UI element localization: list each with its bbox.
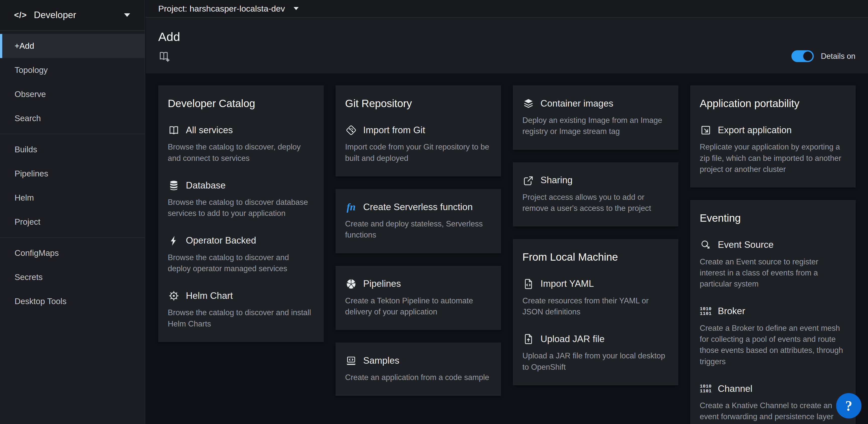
add-item-database[interactable]: DatabaseBrowse the catalog to discover d… <box>168 179 312 219</box>
sidebar-item-observe[interactable]: Observe <box>0 82 145 106</box>
page-title: Add <box>158 30 856 44</box>
item-title-row: Pipelines <box>345 278 490 290</box>
item-description: Create an application from a code sample <box>345 372 490 383</box>
help-button[interactable]: ? <box>836 393 862 419</box>
sidebar-item-builds[interactable]: Builds <box>0 138 145 162</box>
tekton-icon <box>345 278 357 290</box>
card-title: Eventing <box>700 212 844 224</box>
event-source-icon <box>700 239 712 251</box>
add-card: From Local MachineImport YAMLCreate reso… <box>513 239 678 385</box>
add-item-import-yaml[interactable]: Import YAMLCreate resources from their Y… <box>522 278 667 318</box>
project-selector[interactable]: Project: harshcasper-localsta-dev <box>158 4 299 13</box>
book-plus-icon[interactable] <box>158 50 171 63</box>
channel-binary-icon: 10101101 <box>700 383 712 395</box>
perspective-switcher[interactable]: </> Developer <box>0 0 145 31</box>
card-column: Git RepositoryImport from GitImport code… <box>336 85 501 412</box>
add-item-broker[interactable]: 10101101BrokerCreate a Broker to define … <box>700 305 844 367</box>
add-item-pipelines[interactable]: PipelinesCreate a Tekton Pipeline to aut… <box>345 278 490 318</box>
item-title-row: Import YAML <box>522 278 667 290</box>
add-card: Application portabilityExport applicatio… <box>690 85 856 188</box>
export-icon <box>700 124 712 136</box>
card-column: Application portabilityExport applicatio… <box>690 85 856 412</box>
app-root: </> Developer +AddTopologyObserveSearchB… <box>0 0 868 424</box>
add-item-container-images[interactable]: Container imagesDeploy an existing Image… <box>522 97 667 137</box>
sidebar-item-label: Secrets <box>0 265 145 289</box>
share-icon <box>522 174 534 187</box>
sidebar: </> Developer +AddTopologyObserveSearchB… <box>0 0 145 424</box>
item-title-row: 10101101Broker <box>700 305 844 317</box>
sidebar-item-configmaps[interactable]: ConfigMaps <box>0 241 145 265</box>
project-label: Project: harshcasper-localsta-dev <box>158 4 285 13</box>
add-card: PipelinesCreate a Tekton Pipeline to aut… <box>336 266 501 330</box>
sidebar-item-desktop-tools[interactable]: Desktop Tools <box>0 289 145 313</box>
add-card: Git RepositoryImport from GitImport code… <box>336 85 501 176</box>
add-item-operator-backed[interactable]: Operator BackedBrowse the catalog to dis… <box>168 235 312 275</box>
add-item-import-from-git[interactable]: Import from GitImport code from your Git… <box>345 124 490 164</box>
add-item-sharing[interactable]: SharingProject access allows you to add … <box>522 174 667 214</box>
add-item-create-serverless-function[interactable]: fnCreate Serverless functionCreate and d… <box>345 201 490 241</box>
add-card: Container imagesDeploy an existing Image… <box>513 85 678 150</box>
item-title-row: Helm Chart <box>168 290 312 302</box>
sidebar-item-label: Desktop Tools <box>0 289 145 313</box>
broker-binary-icon: 10101101 <box>700 305 712 317</box>
item-title-row: Sharing <box>522 174 667 187</box>
add-item-all-services[interactable]: All servicesBrowse the catalog to discov… <box>168 124 312 164</box>
add-item-event-source[interactable]: Event SourceCreate an Event source to re… <box>700 239 844 290</box>
add-item-helm-chart[interactable]: Helm ChartBrowse the catalog to discover… <box>168 290 312 330</box>
item-title: Import from Git <box>363 125 425 136</box>
card-column: Container imagesDeploy an existing Image… <box>513 85 678 412</box>
add-card: Developer CatalogAll servicesBrowse the … <box>158 85 324 342</box>
item-title-row: Samples <box>345 355 490 367</box>
main-area: Project: harshcasper-localsta-dev Add De… <box>146 0 868 424</box>
item-title: Pipelines <box>363 279 401 289</box>
add-card: SharingProject access allows you to add … <box>513 162 678 227</box>
item-title-row: fnCreate Serverless function <box>345 201 490 213</box>
sidebar-nav-group: +AddTopologyObserveSearch <box>0 31 145 134</box>
item-description: Browse the catalog to discover, deploy a… <box>168 141 312 164</box>
project-bar: Project: harshcasper-localsta-dev <box>146 0 868 18</box>
details-toggle-group: Details on <box>792 50 856 62</box>
sidebar-item-label: Builds <box>0 138 145 162</box>
item-title-row: All services <box>168 124 312 136</box>
details-toggle[interactable] <box>792 50 814 62</box>
side-nav: +AddTopologyObserveSearchBuildsPipelines… <box>0 31 145 317</box>
add-card: EventingEvent SourceCreate an Event sour… <box>690 200 856 424</box>
add-item-export-application[interactable]: Export applicationReplicate your applica… <box>700 124 844 175</box>
layers-icon <box>522 97 534 110</box>
add-item-upload-jar-file[interactable]: Upload JAR fileUpload a JAR file from yo… <box>522 333 667 373</box>
samples-icon <box>345 355 357 367</box>
item-title: Upload JAR file <box>540 334 604 345</box>
sidebar-item-topology[interactable]: Topology <box>0 58 145 82</box>
sidebar-item-label: Observe <box>0 82 145 106</box>
item-title: Samples <box>363 356 399 366</box>
item-description: Create a Tekton Pipeline to automate del… <box>345 295 490 318</box>
item-title-row: Database <box>168 179 312 192</box>
add-item-channel[interactable]: 10101101ChannelCreate a Knative Channel … <box>700 383 844 424</box>
toggle-knob <box>803 52 812 61</box>
item-title: Import YAML <box>540 279 594 289</box>
sidebar-item-helm[interactable]: Helm <box>0 186 145 210</box>
sidebar-item-search[interactable]: Search <box>0 106 145 131</box>
item-title-row: Container images <box>522 97 667 110</box>
sidebar-item-label: Pipelines <box>0 162 145 186</box>
sidebar-item-add[interactable]: +Add <box>0 34 145 58</box>
sidebar-item-pipelines[interactable]: Pipelines <box>0 162 145 186</box>
item-description: Browse the catalog to discover and insta… <box>168 307 312 330</box>
page-header: Add Details on <box>146 18 868 74</box>
item-title: All services <box>186 125 233 136</box>
sidebar-item-label: Topology <box>0 58 145 82</box>
sidebar-item-label: +Add <box>2 34 145 58</box>
book-icon <box>168 124 180 136</box>
item-title: Create Serverless function <box>363 202 473 213</box>
add-item-samples[interactable]: SamplesCreate an application from a code… <box>345 355 490 383</box>
sidebar-item-project[interactable]: Project <box>0 210 145 234</box>
chevron-down-icon <box>124 13 130 17</box>
sidebar-item-secrets[interactable]: Secrets <box>0 265 145 289</box>
sidebar-item-label: ConfigMaps <box>0 241 145 265</box>
card-column: Developer CatalogAll servicesBrowse the … <box>158 85 324 412</box>
code-icon: </> <box>14 10 27 20</box>
question-mark-icon: ? <box>845 398 852 414</box>
chevron-down-icon <box>293 7 299 10</box>
add-card: fnCreate Serverless functionCreate and d… <box>336 189 501 253</box>
card-title: Developer Catalog <box>168 97 312 110</box>
